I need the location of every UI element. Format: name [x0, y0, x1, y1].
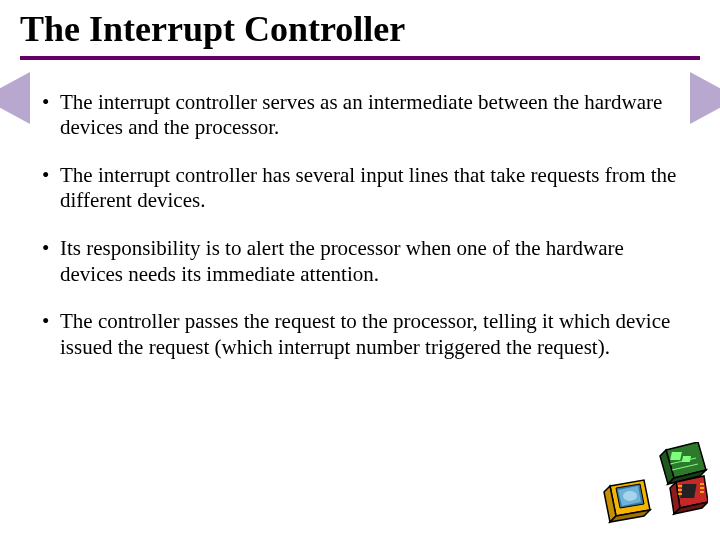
svg-rect-3: [670, 452, 682, 460]
next-arrow-icon[interactable]: [690, 72, 720, 124]
list-item: Its responsibility is to alert the proce…: [42, 236, 678, 287]
computer-blocks-icon: [598, 442, 708, 532]
bullet-list: The interrupt controller serves as an in…: [42, 90, 678, 361]
list-item: The interrupt controller serves as an in…: [42, 90, 678, 141]
list-item: The interrupt controller has several inp…: [42, 163, 678, 214]
page-title: The Interrupt Controller: [20, 10, 700, 50]
title-underline: [20, 56, 700, 60]
svg-point-22: [623, 491, 637, 501]
svg-rect-10: [680, 484, 696, 498]
content-area: The interrupt controller serves as an in…: [0, 60, 720, 361]
list-item: The controller passes the request to the…: [42, 309, 678, 360]
title-area: The Interrupt Controller: [0, 0, 720, 60]
prev-arrow-icon[interactable]: [0, 72, 30, 124]
